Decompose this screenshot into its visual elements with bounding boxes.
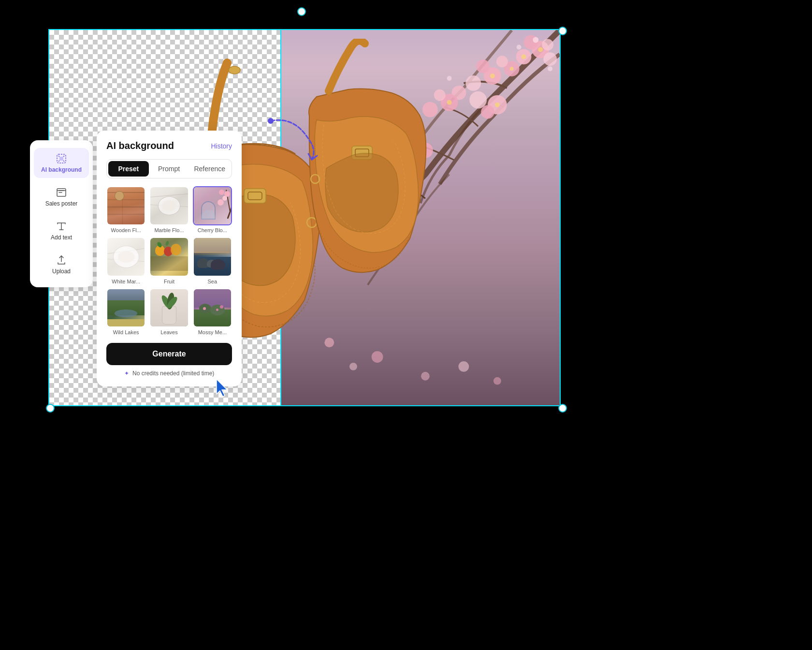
poster-icon: [56, 187, 67, 198]
sidebar-item-upload-label: Upload: [52, 268, 71, 275]
grid-label-fruit: Fruit: [149, 279, 188, 284]
grid-label-sea: Sea: [193, 279, 232, 284]
upload-icon: [56, 254, 67, 266]
sidebar-item-add-text[interactable]: Add text: [34, 216, 89, 246]
grid-label-mossy-meadow: Mossy Me...: [193, 329, 232, 335]
panel-title: AI background: [106, 140, 174, 151]
svg-point-36: [548, 66, 552, 71]
sparkle-icon: ✦: [124, 370, 129, 377]
grid-image-inner: [150, 289, 188, 326]
cursor-pointer: [213, 377, 232, 401]
grid-label-leaves: Leaves: [149, 329, 188, 335]
svg-point-34: [533, 37, 538, 43]
grid-image-white-marble: [106, 237, 145, 276]
arrow-annotation: [256, 111, 324, 171]
history-button[interactable]: History: [211, 142, 232, 150]
grid-label-wooden-floor: Wooden Fl...: [106, 227, 145, 233]
preset-grid: Wooden Fl... Marble Flo...: [106, 186, 232, 335]
panel-header: AI background History: [106, 140, 232, 151]
sidebar-item-ai-background-label: AI background: [41, 166, 82, 173]
grid-item-marble-floor[interactable]: Marble Flo...: [149, 186, 188, 233]
grid-image-inner: [107, 289, 145, 326]
svg-point-39: [538, 47, 543, 52]
svg-point-47: [229, 66, 240, 74]
grid-item-cherry-blossom[interactable]: Cherry Blo...: [193, 186, 232, 233]
handle-top-center[interactable]: [297, 7, 306, 16]
tab-reference[interactable]: Reference: [189, 161, 230, 177]
credits-note: ✦ No credits needed (limited time): [106, 370, 232, 377]
grid-image-wild-lakes: [106, 288, 145, 327]
grid-label-wild-lakes: Wild Lakes: [106, 329, 145, 335]
svg-point-55: [268, 118, 274, 124]
handle-top-right[interactable]: [558, 27, 567, 35]
grid-item-leaves[interactable]: Leaves: [149, 288, 188, 335]
sidebar: AI background Sales poster Add text: [30, 140, 93, 287]
svg-point-35: [517, 44, 522, 49]
grid-image-inner: [150, 187, 188, 224]
text-icon: [56, 221, 67, 232]
grid-label-cherry-blossom: Cherry Blo...: [193, 227, 232, 233]
grid-image-inner: [194, 289, 231, 326]
svg-point-7: [543, 52, 557, 66]
tab-preset[interactable]: Preset: [108, 161, 149, 177]
bag-product-right: [280, 39, 474, 377]
sidebar-item-ai-background[interactable]: AI background: [34, 148, 89, 178]
svg-rect-48: [244, 189, 266, 203]
grid-image-sea: [193, 237, 232, 276]
svg-point-42: [510, 67, 514, 71]
tabs-container: Preset Prompt Reference: [106, 159, 232, 178]
svg-point-9: [496, 56, 508, 67]
grid-image-fruit: [149, 237, 188, 276]
grid-image-inner: [194, 238, 231, 275]
sidebar-item-sales-poster-label: Sales poster: [45, 200, 78, 207]
generate-button[interactable]: Generate: [106, 343, 232, 365]
svg-point-40: [522, 54, 526, 59]
grid-image-mossy-meadow: [193, 288, 232, 327]
ai-background-panel: AI background History Preset Prompt Refe…: [97, 131, 242, 386]
grid-image-inner: [107, 238, 145, 275]
grid-item-mossy-meadow[interactable]: Mossy Me...: [193, 288, 232, 335]
svg-point-44: [495, 103, 500, 107]
grid-image-wooden-floor: [106, 186, 145, 225]
svg-point-33: [493, 377, 501, 385]
grid-item-fruit[interactable]: Fruit: [149, 237, 188, 284]
sidebar-item-upload[interactable]: Upload: [34, 250, 89, 280]
handle-bottom-right[interactable]: [558, 404, 567, 413]
svg-rect-1: [59, 157, 63, 161]
grid-label-marble-floor: Marble Flo...: [149, 227, 188, 233]
sidebar-item-sales-poster[interactable]: Sales poster: [34, 182, 89, 212]
tab-prompt[interactable]: Prompt: [149, 161, 189, 177]
handle-bottom-left[interactable]: [46, 404, 55, 413]
credits-note-text: No credits needed (limited time): [132, 370, 214, 377]
grid-label-white-marble: White Mar...: [106, 279, 145, 284]
svg-point-41: [490, 74, 495, 78]
sidebar-item-add-text-label: Add text: [51, 234, 72, 241]
grid-image-inner: [150, 238, 188, 275]
grid-image-marble-floor: [149, 186, 188, 225]
grid-item-wild-lakes[interactable]: Wild Lakes: [106, 288, 145, 335]
svg-point-11: [476, 59, 490, 73]
grid-item-wooden-floor[interactable]: Wooden Fl...: [106, 186, 145, 233]
grid-image-inner: [107, 187, 145, 224]
svg-point-18: [481, 105, 494, 119]
grid-item-sea[interactable]: Sea: [193, 237, 232, 284]
svg-point-4: [542, 39, 553, 51]
ai-bg-icon: [56, 153, 67, 164]
grid-image-cherry-blossom: [193, 186, 232, 225]
grid-image-inner: [194, 187, 231, 224]
grid-item-white-marble[interactable]: White Mar...: [106, 237, 145, 284]
grid-image-leaves: [149, 288, 188, 327]
